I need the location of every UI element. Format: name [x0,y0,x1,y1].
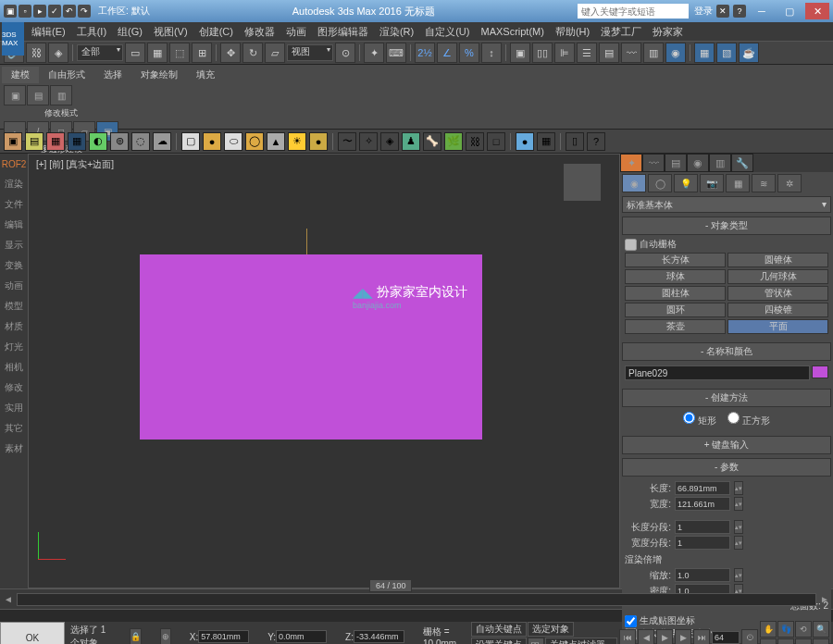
x-coord-input[interactable] [198,630,249,643]
primitive-button[interactable]: 茶壶 [625,319,726,334]
box-icon[interactable]: ▢ [181,132,200,151]
selection-filter-dropdown[interactable]: 全部 [77,44,123,61]
left-panel-item[interactable]: 素材 [0,439,28,459]
name-color-header[interactable]: - 名称和颜色 [622,342,831,361]
search-input[interactable] [578,4,689,19]
next-frame-icon[interactable]: ▶ [675,629,691,644]
s8-icon[interactable]: ☁ [153,132,171,151]
bind-icon[interactable]: ◈ [48,43,68,63]
display-tab-icon[interactable]: ▥ [709,154,731,172]
angle-snap-icon[interactable]: ∠ [437,43,457,63]
ribbon-tab[interactable]: 对象绘制 [131,67,187,83]
biped-icon[interactable]: ♟ [402,132,420,151]
length-segs-input[interactable] [675,520,730,534]
cone-icon[interactable]: ▲ [267,132,285,151]
s6-icon[interactable]: ⊚ [110,132,129,151]
render-icon[interactable]: ☕ [739,43,759,63]
spacewarps-icon[interactable]: ≋ [752,174,776,192]
helpers-icon[interactable]: ▦ [726,174,750,192]
app-logo[interactable]: 3DS MAX [2,22,24,56]
utilities-tab-icon[interactable]: 🔧 [731,154,753,172]
rotate-icon[interactable]: ↻ [242,43,263,63]
menu-item[interactable]: 工具(I) [71,23,112,41]
parameters-header[interactable]: - 参数 [622,458,831,477]
redo-icon[interactable]: ↷ [78,5,91,18]
left-panel-item[interactable]: 相机 [0,357,28,378]
walk-icon[interactable]: 👣 [777,621,794,638]
left-panel-item[interactable]: 实用 [0,398,28,418]
primitive-button[interactable]: 球体 [625,269,726,284]
keyfilter-button[interactable]: 关键点过滤器... [545,638,617,645]
move-icon[interactable]: ✥ [220,43,241,63]
select-name-icon[interactable]: ▦ [147,43,168,63]
prev-frame-icon[interactable]: ◀ [638,629,654,644]
viewport-label[interactable]: [+] [前] [真实+边面] [36,158,114,171]
cam-icon[interactable]: ▯ [566,132,584,151]
s7-icon[interactable]: ◌ [131,132,150,151]
time-slider[interactable]: 64 / 100 [369,579,413,592]
scale-icon[interactable]: ▱ [265,43,285,63]
menu-item[interactable]: 创建(C) [193,23,239,41]
width-input[interactable] [675,497,730,511]
fov-icon[interactable]: ◿ [760,638,777,645]
selobj-dropdown[interactable]: 选定对象 [528,622,574,637]
unlink-icon[interactable]: ⛓ [26,43,46,63]
square-radio[interactable] [727,412,740,424]
spline2-icon[interactable]: ✧ [359,132,378,151]
viewcube[interactable] [564,164,601,201]
setkey-button[interactable]: 设置关键点 [471,638,527,645]
ribbon-tab[interactable]: 建模 [2,67,39,83]
render-setup-icon[interactable]: ▦ [694,43,715,63]
ribbon-tab[interactable]: 自由形式 [39,67,94,83]
pivot-icon[interactable]: ⊙ [335,43,355,63]
viewport[interactable]: [+] [前] [真实+边面] ◢◣ 扮家家室内设计 banjiajia.com [28,154,620,588]
lseg-spinner[interactable]: ▴▾ [734,520,743,534]
hierarchy-tab-icon[interactable]: ▤ [665,154,687,172]
primitive-button[interactable]: 几何球体 [727,269,828,284]
render-frame-icon[interactable]: ▧ [716,43,737,63]
menu-item[interactable]: 动画 [280,23,312,41]
object-type-header[interactable]: - 对象类型 [622,217,831,235]
graphite-icon[interactable]: ▤ [599,43,619,63]
light1-icon[interactable]: ● [516,132,534,151]
cameras-icon[interactable]: 📷 [700,174,724,192]
menu-item[interactable]: 组(G) [112,23,148,41]
shapes-icon[interactable]: ◯ [648,174,672,192]
window-crossing-icon[interactable]: ⊞ [192,43,212,63]
chain-icon[interactable]: ⛓ [466,132,484,151]
menu-item[interactable]: 漫梦工厂 [595,23,647,41]
helper-icon[interactable]: □ [487,132,505,151]
keyboard-entry-header[interactable]: + 键盘输入 [622,436,831,454]
width-segs-input[interactable] [675,536,730,550]
systems-icon[interactable]: ✲ [777,174,802,192]
modify-tab-icon[interactable]: 〰 [642,154,665,172]
light2-icon[interactable]: ▦ [537,132,555,151]
orbit-icon[interactable]: ⟲ [795,621,812,638]
minimize-button[interactable]: ─ [750,3,774,19]
ref-coord-dropdown[interactable]: 视图 [287,44,333,61]
menu-item[interactable]: 视图(V) [148,23,193,41]
zoom-icon[interactable]: 🔍 [813,621,829,638]
ribbon-tab[interactable]: 选择 [94,67,131,83]
torus-icon[interactable]: ◯ [245,132,264,151]
menu-item[interactable]: 扮家家 [647,23,689,41]
create-tab-icon[interactable]: ✦ [620,154,642,172]
autogrid-checkbox[interactable] [625,239,637,251]
primitive-dropdown[interactable]: 标准基本体▾ [622,196,831,213]
select-rect-icon[interactable]: ⬚ [169,43,190,63]
s2-icon[interactable]: ▤ [25,132,44,151]
length-spinner[interactable]: ▴▾ [734,481,743,495]
primitive-button[interactable]: 四棱锥 [727,303,828,317]
maxscript-listener[interactable]: OK [0,622,65,644]
poly-icon[interactable]: ▣ [4,85,26,105]
sun-icon[interactable]: ☀ [288,132,306,151]
left-panel-item[interactable]: 修改 [0,378,28,398]
max-toggle-icon[interactable]: ▣ [813,638,829,645]
play-icon[interactable]: ▶ [656,629,673,644]
poly3-icon[interactable]: ▥ [50,85,72,105]
width-spinner[interactable]: ▴▾ [734,497,743,511]
menu-item[interactable]: MAXScript(M) [475,24,549,39]
app-icon[interactable]: ▣ [4,5,17,18]
time-config-icon[interactable]: ⏲ [741,629,758,644]
s3-icon[interactable]: ▦ [46,132,65,151]
